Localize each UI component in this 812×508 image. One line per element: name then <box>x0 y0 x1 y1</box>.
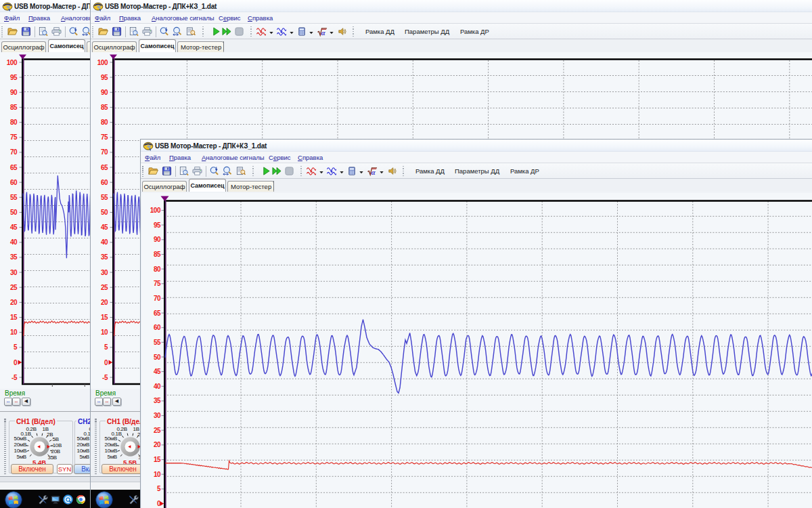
svg-text:30: 30 <box>101 269 108 276</box>
svg-text:85: 85 <box>101 104 108 111</box>
svg-text:70: 70 <box>10 148 18 156</box>
svg-text:60: 60 <box>154 324 161 331</box>
svg-text:35: 35 <box>154 397 161 404</box>
svg-text:30: 30 <box>154 412 161 419</box>
svg-text:20: 20 <box>154 441 161 448</box>
svg-text:80: 80 <box>10 119 18 126</box>
svg-text:65: 65 <box>101 164 108 171</box>
svg-text:20: 20 <box>10 299 18 306</box>
svg-text:85: 85 <box>154 251 161 258</box>
svg-text:50: 50 <box>101 209 108 216</box>
svg-text:100: 100 <box>97 59 108 66</box>
svg-text:35: 35 <box>10 253 18 261</box>
svg-text:35: 35 <box>101 253 108 261</box>
svg-text:75: 75 <box>154 280 161 287</box>
svg-text:90: 90 <box>101 89 108 96</box>
svg-text:60: 60 <box>10 179 18 186</box>
svg-text:-5: -5 <box>12 374 18 381</box>
svg-text:85: 85 <box>10 104 18 111</box>
svg-text:-5: -5 <box>102 374 108 381</box>
svg-text:90: 90 <box>154 236 161 243</box>
svg-text:50: 50 <box>10 209 18 216</box>
svg-text:55: 55 <box>101 194 108 201</box>
svg-text:65: 65 <box>10 164 18 171</box>
svg-text:25: 25 <box>101 284 108 291</box>
svg-text:15: 15 <box>10 314 18 321</box>
svg-text:45: 45 <box>154 368 161 375</box>
svg-text:100: 100 <box>150 207 161 214</box>
svg-text:10: 10 <box>101 329 108 336</box>
svg-text:95: 95 <box>101 74 108 81</box>
svg-text:55: 55 <box>154 339 161 346</box>
svg-text:95: 95 <box>10 74 18 81</box>
svg-text:80: 80 <box>154 266 161 273</box>
svg-text:60: 60 <box>101 179 108 186</box>
svg-text:70: 70 <box>154 295 161 302</box>
svg-text:20: 20 <box>101 299 108 306</box>
svg-text:75: 75 <box>10 133 18 141</box>
svg-text:15: 15 <box>154 456 161 463</box>
svg-text:40: 40 <box>101 238 108 246</box>
svg-text:30: 30 <box>10 269 18 276</box>
svg-text:65: 65 <box>154 310 161 317</box>
svg-text:45: 45 <box>101 224 108 231</box>
svg-text:10: 10 <box>154 471 161 478</box>
svg-text:40: 40 <box>154 383 161 390</box>
svg-text:95: 95 <box>154 221 161 229</box>
svg-text:100: 100 <box>7 59 18 66</box>
svg-text:25: 25 <box>10 284 18 291</box>
svg-text:10: 10 <box>10 329 18 336</box>
svg-text:75: 75 <box>101 133 108 141</box>
svg-text:15: 15 <box>101 314 108 321</box>
svg-text:25: 25 <box>154 427 161 434</box>
svg-text:50: 50 <box>154 354 161 361</box>
svg-text:40: 40 <box>10 238 18 246</box>
svg-text:80: 80 <box>101 119 108 126</box>
svg-text:90: 90 <box>10 89 18 96</box>
svg-text:55: 55 <box>10 194 18 201</box>
svg-text:45: 45 <box>10 224 18 231</box>
svg-text:70: 70 <box>101 148 108 156</box>
